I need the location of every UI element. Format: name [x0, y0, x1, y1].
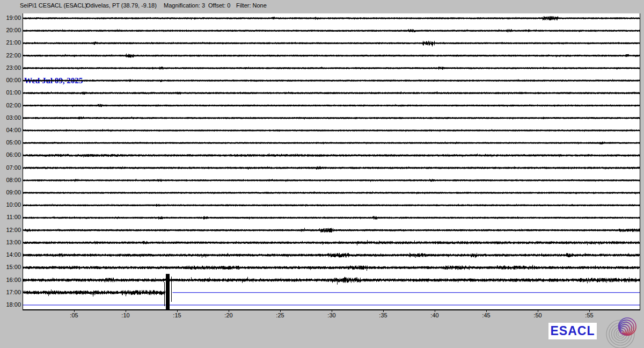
station-location-label: Odivelas, PT (38.79, -9.18) [86, 2, 157, 9]
row-label: 04:00 [0, 127, 21, 134]
row-label: 09:00 [0, 189, 21, 196]
x-tick-label: :05 [70, 312, 78, 319]
row-label: 08:00 [0, 177, 21, 184]
x-tick-label: :10 [121, 312, 129, 319]
row-label: 18:00 [0, 301, 21, 308]
row-label: 20:00 [0, 27, 21, 34]
row-label: 05:00 [0, 139, 21, 146]
row-label: 07:00 [0, 164, 21, 171]
helicorder-window: SeiPi1 CESACL (ESACL): Odivelas, PT (38.… [0, 0, 644, 348]
row-label: 17:00 [0, 289, 21, 296]
row-label: 21:00 [0, 39, 21, 46]
esacl-seismic-rings-icon [604, 317, 641, 348]
x-tick-label: :20 [224, 312, 232, 319]
x-tick-label: :35 [379, 312, 387, 319]
row-label: 01:00 [0, 89, 21, 96]
row-label: 16:00 [0, 277, 21, 284]
row-label: 22:00 [0, 52, 21, 59]
row-label: 23:00 [0, 64, 21, 71]
row-label: 02:00 [0, 102, 21, 109]
offset-label: Offset: 0 [208, 2, 230, 9]
row-label: 00:00 [0, 77, 21, 84]
row-label: 15:00 [0, 264, 21, 271]
row-label: 12:00 [0, 227, 21, 234]
helicorder-canvas[interactable] [23, 13, 640, 309]
row-label: 10:00 [0, 201, 21, 208]
x-tick-label: :50 [533, 312, 541, 319]
x-tick-label: :45 [482, 312, 490, 319]
station-id-label: SeiPi1 CESACL (ESACL): [20, 2, 89, 9]
row-label: 06:00 [0, 151, 21, 158]
x-tick-label: :25 [276, 312, 284, 319]
row-label: 03:00 [0, 114, 21, 121]
row-label: 11:00 [0, 214, 21, 221]
row-label: 13:00 [0, 239, 21, 246]
x-tick-label: :30 [327, 312, 335, 319]
x-tick-label: :40 [430, 312, 438, 319]
filter-label: Filter: None [236, 2, 267, 9]
helicorder-plot-area: Wed Jul 09, 2025 [23, 13, 640, 310]
row-label: 14:00 [0, 251, 21, 258]
x-tick-label: :15 [173, 312, 181, 319]
row-label: 19:00 [0, 15, 21, 21]
esacl-wordmark: ESACL [548, 323, 597, 339]
magnification-label: Magnification: 3 [164, 2, 205, 9]
x-tick-label: :55 [585, 312, 593, 319]
